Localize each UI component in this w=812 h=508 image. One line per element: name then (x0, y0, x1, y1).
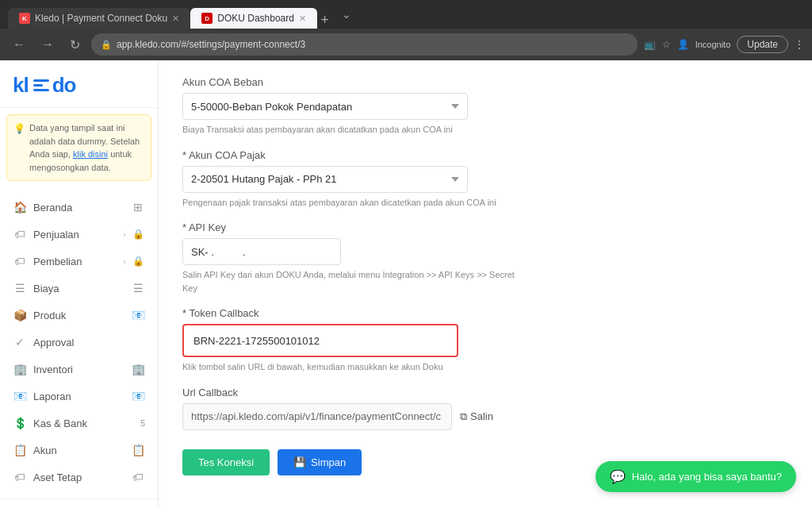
address-bar-row: ← → ↻ 🔒 app.kledo.com/#/settings/payment… (0, 29, 812, 60)
app-layout: kl do Data yang tampil saat ini adalah d… (0, 60, 812, 508)
sidebar-item-approval[interactable]: ✓ Approval (0, 329, 158, 356)
menu-icon[interactable]: ⋮ (795, 39, 804, 50)
profile-icon: 👤 (677, 39, 689, 50)
sidebar-item-laporan[interactable]: 📧 Laporan 📧 (0, 383, 158, 410)
kas-bank-icon: 💲 (13, 417, 27, 429)
sidebar-item-inventori[interactable]: 🏢 Inventori 🏢 (0, 356, 158, 383)
token-callback-label: * Token Callback (182, 307, 788, 319)
address-text: app.kledo.com/#/settings/payment-connect… (117, 39, 305, 50)
logo-text: kl (13, 73, 29, 98)
pajak-hint: Pengenaan pajak transaksi atas pembayara… (182, 196, 788, 210)
aset-tetap-icon: 🏷 (13, 471, 27, 483)
pajak-label-text: * Akun COA Pajak (182, 149, 266, 161)
new-tab-button[interactable]: + (320, 12, 329, 29)
sidebar-logo: kl do (0, 60, 158, 108)
save-icon: 💾 (293, 456, 306, 468)
logo-text-do: do (52, 73, 76, 98)
beranda-right-icon: ⊞ (131, 201, 145, 214)
sidebar-item-produk-label: Produk (33, 310, 66, 321)
sidebar-item-laporan-label: Laporan (33, 391, 71, 402)
sidebar-item-kas-bank-label: Kas & Bank (33, 418, 87, 429)
forward-button[interactable]: → (36, 34, 59, 55)
sidebar-item-pembelian[interactable]: 🏷 Pembelian › 🔒 (0, 248, 158, 275)
tab-kledo-close[interactable]: ✕ (172, 13, 179, 24)
pajak-select[interactable]: 2-20501 Hutang Pajak - PPh 21 (182, 166, 468, 193)
nav-divider (0, 498, 158, 499)
tab-doku-close[interactable]: ✕ (299, 13, 306, 24)
address-bar[interactable]: 🔒 app.kledo.com/#/settings/payment-conne… (91, 33, 638, 56)
tes-koneksi-button[interactable]: Tes Koneksi (182, 449, 270, 475)
content-card: Akun COA Beban 5-50000-Beban Pokok Penda… (159, 60, 812, 508)
salin-button[interactable]: ⧉ Salin (460, 410, 493, 423)
form-group-beban: Akun COA Beban 5-50000-Beban Pokok Penda… (182, 76, 788, 137)
api-key-input[interactable] (182, 238, 341, 265)
chat-label: Halo, ada yang bisa saya bantu? (632, 471, 782, 483)
sidebar-item-produk[interactable]: 📦 Produk 📧 (0, 302, 158, 329)
cast-icon: 📺 (644, 39, 656, 50)
lock-icon: 🔒 (101, 40, 112, 50)
beban-hint: Biaya Transaksi atas pembayaran akan dic… (182, 123, 788, 137)
sidebar-item-penjualan-label: Penjualan (33, 229, 79, 241)
pembelian-chevron: › (123, 256, 126, 266)
aset-tetap-right-icon: 🏷 (131, 471, 145, 483)
sidebar-item-kas-bank[interactable]: 💲 Kas & Bank 5 (0, 410, 158, 437)
back-button[interactable]: ← (8, 34, 30, 55)
tab-doku[interactable]: D DOKU Dashboard ✕ (190, 8, 317, 29)
form-group-pajak: * Akun COA Pajak 2-20501 Hutang Pajak - … (182, 149, 788, 210)
beban-label: Akun COA Beban (182, 76, 788, 88)
pembelian-icon: 🏷 (13, 255, 27, 267)
sidebar-item-akun[interactable]: 📋 Akun 📋 (0, 437, 158, 464)
logo-line-3 (33, 89, 49, 91)
penjualan-chevron: › (123, 229, 126, 239)
biaya-right-icon: ☰ (131, 282, 145, 294)
tab-kledo[interactable]: K Kledo | Payment Connect Doku ✕ (8, 8, 190, 29)
laporan-right-icon: 📧 (131, 390, 145, 402)
chat-button[interactable]: 💬 Halo, ada yang bisa saya bantu? (596, 461, 796, 492)
sidebar-item-aset-tetap[interactable]: 🏷 Aset Tetap 🏷 (0, 464, 158, 491)
token-callback-input[interactable] (186, 327, 455, 354)
pajak-label: * Akun COA Pajak (182, 149, 788, 161)
dummy-notice-content: Data yang tampil saat ini adalah data du… (15, 121, 143, 174)
dummy-notice-link[interactable]: klik disini (73, 149, 108, 159)
penjualan-lock-icon: 🔒 (131, 229, 145, 240)
sidebar-item-pembelian-label: Pembelian (33, 256, 82, 267)
form-group-url-callback: Url Callback ⧉ Salin (182, 387, 788, 430)
sidebar-item-penjualan[interactable]: 🏷 Penjualan › 🔒 (0, 221, 158, 248)
form-group-api-key: * API Key Salin API Key dari akun DOKU A… (182, 221, 788, 294)
pembelian-lock-icon: 🔒 (131, 256, 145, 267)
salin-label: Salin (470, 410, 493, 422)
tab-overflow-button[interactable]: ⌄ (342, 8, 351, 21)
penjualan-icon: 🏷 (13, 228, 27, 241)
sidebar-item-beranda-label: Beranda (33, 202, 72, 214)
api-key-hint: Salin API Key dari akun DOKU Anda, melal… (182, 268, 515, 294)
logo-lines (33, 79, 49, 91)
dummy-notice: Data yang tampil saat ini adalah data du… (6, 114, 151, 181)
laporan-icon: 📧 (13, 390, 27, 402)
update-button[interactable]: Update (737, 36, 788, 53)
beban-select[interactable]: 5-50000-Beban Pokok Pendapatan (182, 93, 468, 120)
url-callback-input[interactable] (182, 403, 452, 430)
sidebar-item-inventori-label: Inventori (33, 364, 73, 375)
sidebar: kl do Data yang tampil saat ini adalah d… (0, 60, 159, 508)
logo-line-1 (33, 79, 49, 82)
sidebar-nav: 🏠 Beranda ⊞ 🏷 Penjualan › 🔒 🏷 Pembel (0, 187, 158, 508)
sidebar-item-beranda[interactable]: 🏠 Beranda ⊞ (0, 194, 158, 221)
sidebar-item-akun-label: Akun (33, 444, 57, 456)
approval-icon: ✓ (13, 336, 27, 348)
sidebar-item-aset-tetap-label: Aset Tetap (33, 471, 82, 483)
incognito-label: Incognito (695, 40, 731, 49)
simpan-button[interactable]: 💾 Simpan (278, 449, 362, 475)
whatsapp-icon: 💬 (610, 469, 626, 484)
tab-doku-label: DOKU Dashboard (217, 13, 294, 24)
token-callback-hint: Klik tombol salin URL di bawah, kemudian… (182, 360, 515, 374)
beranda-icon: 🏠 (13, 201, 27, 214)
biaya-icon: ☰ (13, 282, 27, 294)
logo-line-2 (33, 84, 43, 87)
tab-doku-icon: D (201, 13, 213, 24)
reload-button[interactable]: ↻ (65, 34, 85, 56)
inventori-icon: 🏢 (13, 363, 27, 375)
produk-icon: 📦 (13, 309, 27, 321)
sidebar-item-biaya[interactable]: ☰ Biaya ☰ (0, 275, 158, 302)
api-key-label: * API Key (182, 221, 788, 233)
token-callback-wrapper (182, 324, 458, 357)
